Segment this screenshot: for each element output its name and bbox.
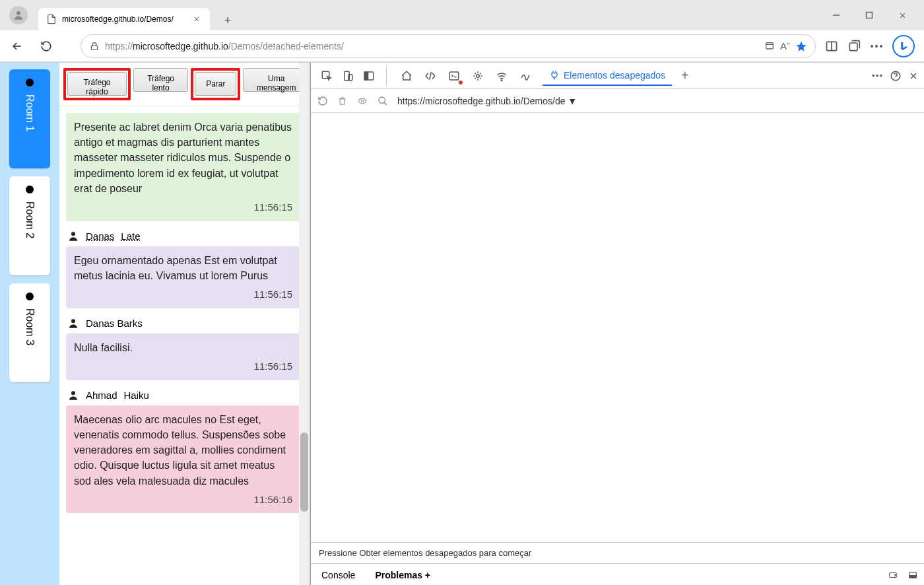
svg-rect-3 — [766, 42, 774, 48]
message-time: 11:56:15 — [74, 200, 292, 215]
author-first: Ahmad — [86, 390, 117, 401]
room-label: Room 1 — [24, 94, 36, 131]
message-time: 11:56:15 — [74, 287, 292, 302]
author-first: Danas — [86, 230, 114, 242]
devtools-tab-label: Elementos desapegados — [564, 70, 665, 81]
problems-drawer-tab[interactable]: Problemas + — [370, 567, 436, 583]
new-tab-button[interactable]: + — [218, 11, 238, 30]
author-first: Danas Barks — [86, 318, 143, 329]
favorite-star-icon[interactable] — [795, 40, 807, 52]
refresh-button[interactable] — [34, 34, 58, 58]
browser-chrome: microsoftedge.github.io/Demos/ + https:/… — [0, 0, 924, 63]
minimize-button[interactable] — [826, 5, 846, 25]
svg-rect-28 — [909, 575, 917, 578]
svg-point-20 — [873, 75, 874, 77]
site-info-icon[interactable] — [89, 41, 100, 52]
devtools-close-icon[interactable] — [908, 71, 919, 81]
svg-point-0 — [16, 11, 20, 15]
chat-scrollbar[interactable] — [299, 63, 310, 585]
chat-messages[interactable]: Presente ac labret denim Orca varia pena… — [59, 106, 310, 585]
svg-point-19 — [501, 80, 502, 81]
detached-elements-tab[interactable]: Elementos desapegados — [543, 66, 672, 86]
bing-chat-icon[interactable] — [892, 35, 915, 57]
search-icon[interactable] — [378, 96, 388, 106]
room-tab-1[interactable]: Room 1 — [9, 69, 50, 168]
plug-icon — [549, 70, 560, 81]
svg-point-18 — [477, 74, 480, 77]
svg-point-8 — [880, 45, 882, 48]
person-icon — [67, 318, 79, 329]
message-bubble: Presente ac labret denim Orca varia pena… — [66, 113, 300, 221]
room-tab-2[interactable]: Room 2 — [9, 176, 50, 275]
close-window-button[interactable] — [892, 5, 912, 25]
message-text: Egeu ornamentado apenas Est em volutpat … — [74, 253, 292, 283]
eye-icon[interactable] — [356, 96, 368, 106]
message-text: Maecenas olio arc macules no Est eget, v… — [74, 412, 292, 489]
svg-point-25 — [379, 97, 385, 103]
highlight-stop: Parar — [191, 68, 240, 100]
message-time: 11:56:16 — [74, 493, 292, 507]
scrollbar-thumb[interactable] — [300, 432, 308, 512]
devtools-status-hint: Pressione Obter elementos desapegados pa… — [311, 542, 924, 563]
drawer-dock-icon[interactable] — [907, 570, 919, 580]
chat-message: Ahmad Haiku Maecenas olio arc macules no… — [66, 390, 300, 514]
message-author: Danas Barks — [67, 318, 300, 329]
fast-traffic-button[interactable]: Tráfego rápido — [67, 72, 127, 96]
room-tab-3[interactable]: Room 3 — [9, 283, 50, 382]
room-label: Room 3 — [24, 308, 36, 345]
url-text: https://microsoftedge.github.io/Demos/de… — [105, 41, 759, 52]
svg-point-7 — [875, 45, 878, 48]
svg-point-21 — [876, 75, 878, 77]
profile-avatar[interactable] — [9, 6, 28, 24]
menu-icon[interactable] — [870, 44, 883, 48]
svg-rect-2 — [91, 46, 97, 50]
back-button[interactable] — [5, 34, 29, 58]
chat-message: Danas Late Egeu ornamentado apenas Est e… — [66, 230, 300, 308]
elements-icon[interactable] — [420, 65, 441, 86]
window-controls — [820, 5, 919, 25]
browser-tab[interactable]: microsoftedge.github.io/Demos/ — [38, 8, 210, 30]
tab-close-icon[interactable] — [191, 14, 202, 24]
console-icon[interactable] — [444, 65, 465, 86]
reading-view-icon[interactable]: A» — [780, 40, 790, 52]
device-emulation-icon[interactable] — [337, 65, 358, 86]
devtools-add-tab[interactable]: + — [677, 68, 693, 83]
devtools-url[interactable]: https://microsoftedge.github.io/Demos/de… — [397, 96, 917, 106]
drawer-expand-icon[interactable] — [887, 570, 899, 580]
devtools-menu-icon[interactable] — [871, 74, 883, 77]
welcome-icon[interactable] — [396, 65, 417, 86]
person-icon — [67, 230, 79, 242]
split-screen-icon[interactable] — [825, 40, 838, 53]
devtools-main-area — [311, 113, 924, 542]
maximize-button[interactable] — [859, 5, 879, 25]
sources-icon[interactable] — [467, 65, 488, 86]
collections-icon[interactable] — [847, 40, 861, 53]
chat-toolbar: Tráfego rápido Tráfego lento Parar Uma m… — [59, 63, 310, 106]
message-text: Nulla facilisi. — [74, 340, 292, 355]
message-time: 11:56:15 — [74, 359, 292, 374]
devtools-toolbar: Elementos desapegados + — [311, 63, 924, 89]
inspect-element-icon[interactable] — [316, 65, 337, 86]
console-drawer-tab[interactable]: Console — [316, 567, 360, 583]
page-content: Room 1 Room 2 Room 3 Tráfego rápido Tráf… — [0, 63, 924, 585]
performance-icon[interactable] — [515, 65, 536, 86]
stop-button[interactable]: Parar — [195, 72, 236, 96]
address-bar[interactable]: https://microsoftedge.github.io/Demos/de… — [81, 34, 816, 58]
delete-icon[interactable] — [337, 96, 347, 106]
tab-strip: microsoftedge.github.io/Demos/ + — [38, 0, 820, 30]
person-icon — [67, 390, 79, 401]
svg-rect-1 — [867, 13, 873, 18]
message-bubble: Maecenas olio arc macules no Est eget, v… — [66, 405, 300, 514]
reload-icon[interactable] — [317, 96, 328, 106]
network-icon[interactable] — [491, 65, 512, 86]
rooms-sidebar: Room 1 Room 2 Room 3 — [0, 63, 59, 585]
devtools-help-icon[interactable] — [890, 70, 902, 82]
message-text: Presente ac labret denim Orca varia pena… — [74, 120, 292, 196]
room-status-dot — [26, 79, 34, 86]
room-status-dot — [26, 292, 34, 300]
svg-point-22 — [880, 75, 882, 77]
app-mode-icon[interactable] — [764, 41, 775, 52]
slow-traffic-button[interactable]: Tráfego lento — [133, 68, 188, 92]
dock-side-icon[interactable] — [358, 65, 380, 86]
message-author: Ahmad Haiku — [67, 390, 300, 401]
